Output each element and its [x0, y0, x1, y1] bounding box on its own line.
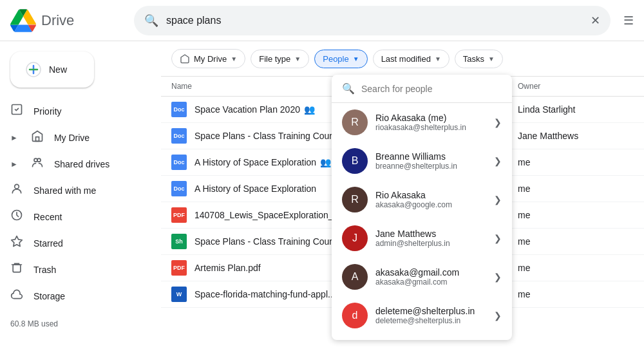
svg-rect-9	[13, 265, 21, 272]
person-info: deleteme@shelterplus.in deleteme@shelter…	[375, 306, 486, 325]
sidebar-item-recent[interactable]: Recent	[0, 203, 151, 230]
person-name: Jane Matthews	[375, 229, 486, 239]
file-owner: me	[518, 289, 634, 299]
person-avatar: R	[342, 109, 368, 135]
person-avatar: R	[342, 187, 368, 212]
person-item[interactable]: R Rio Akasaka akasaka@google.com ❯	[332, 180, 512, 219]
sidebar-item-starred[interactable]: Starred	[0, 230, 151, 256]
filter-my-drive[interactable]: My Drive ▼	[171, 49, 245, 68]
dropdown-search-bar: 🔍	[332, 75, 512, 103]
col-owner-label: Owner	[518, 82, 540, 91]
person-chevron-right-icon: ❯	[494, 117, 502, 127]
dropdown-search-icon: 🔍	[342, 82, 355, 95]
starred-icon	[10, 235, 23, 251]
sidebar-item-storage-label: Storage	[33, 291, 65, 301]
person-info: Breanne Williams breanne@shelterplus.in	[375, 151, 486, 171]
filter-tasks-label: Tasks	[463, 54, 484, 64]
person-name: akasaka@gmail.com	[375, 267, 486, 278]
person-email: akasaka@gmail.com	[375, 278, 486, 287]
person-email: deleteme@shelterplus.in	[375, 316, 486, 325]
person-name: deleteme@shelterplus.in	[375, 306, 486, 316]
header: Drive 🔍 ✕ ☰	[0, 0, 644, 41]
sheets-icon: Sh	[171, 234, 187, 249]
person-avatar: J	[342, 225, 368, 251]
sidebar-item-starred-label: Starred	[33, 238, 63, 249]
logo-text: Drive	[41, 12, 74, 29]
my-drive-icon	[31, 129, 44, 146]
person-email: akasaka@google.com	[375, 200, 486, 209]
sidebar-item-recent-label: Recent	[33, 212, 62, 222]
person-item[interactable]: R Rio Akasaka (me) rioakasaka@shelterplu…	[332, 103, 512, 142]
pdf-icon: PDF	[171, 207, 187, 223]
main-content: My Drive ▼ File type ▼ People ▼ Last mod…	[161, 41, 644, 349]
person-item[interactable]: J Jane Matthews admin@shelterplus.in ❯	[332, 219, 512, 258]
new-button[interactable]: New	[10, 52, 94, 88]
search-clear-icon[interactable]: ✕	[591, 14, 600, 28]
svg-point-7	[15, 184, 19, 189]
word-icon: W	[171, 287, 187, 302]
col-owner-header: Owner	[518, 82, 634, 91]
filter-file-type[interactable]: File type ▼	[251, 50, 309, 68]
person-chevron-right-icon: ❯	[494, 310, 502, 321]
file-owner: Linda Starlight	[518, 104, 634, 115]
doc-icon: Doc	[171, 181, 187, 196]
person-chevron-right-icon: ❯	[494, 233, 502, 243]
person-avatar: B	[342, 148, 368, 174]
filter-people[interactable]: People ▼	[314, 50, 367, 68]
person-name: Rio Akasaka (me)	[375, 113, 486, 123]
filter-file-type-label: File type	[259, 54, 290, 64]
search-input[interactable]	[166, 15, 583, 26]
shared-people-icon: 👥	[304, 104, 315, 115]
doc-icon: Doc	[171, 128, 187, 144]
sidebar: New Priority ► My Drive ► Shared drives	[0, 41, 161, 349]
person-name: Rio Akasaka	[375, 190, 486, 200]
col-name-label: Name	[171, 82, 192, 91]
people-dropdown: 🔍 R Rio Akasaka (me) rioakasaka@shelterp…	[332, 75, 512, 340]
logo: Drive	[10, 8, 126, 33]
sidebar-item-storage[interactable]: Storage	[0, 283, 151, 309]
storage-used-text: 60.8 MB used	[10, 319, 58, 328]
dropdown-search-input[interactable]	[361, 84, 502, 94]
search-filter-icon[interactable]: ☰	[623, 14, 634, 28]
storage-icon	[10, 288, 23, 304]
person-item[interactable]: A akasaka@gmail.com akasaka@gmail.com ❯	[332, 258, 512, 296]
file-owner: Jane Matthews	[518, 131, 634, 141]
person-info: Rio Akasaka (me) rioakasaka@shelterplus.…	[375, 113, 486, 132]
avatar-initial: A	[352, 271, 359, 283]
last-modified-chevron-icon: ▼	[435, 55, 441, 62]
person-email: rioakasaka@shelterplus.in	[375, 123, 486, 132]
sidebar-item-shared-drives[interactable]: ► Shared drives	[0, 151, 151, 177]
filter-last-modified[interactable]: Last modified ▼	[373, 50, 450, 68]
pdf-icon: PDF	[171, 260, 187, 276]
sidebar-item-trash[interactable]: Trash	[0, 256, 151, 283]
avatar-initial: B	[352, 155, 359, 167]
avatar-initial: R	[351, 117, 359, 128]
person-email: breanne@shelterplus.in	[375, 162, 486, 171]
person-item[interactable]: d deleteme@shelterplus.in deleteme@shelt…	[332, 296, 512, 335]
person-item[interactable]: B Breanne Williams breanne@shelterplus.i…	[332, 142, 512, 180]
new-plus-icon	[26, 62, 41, 77]
file-owner: me	[518, 184, 634, 194]
person-email: admin@shelterplus.in	[375, 239, 486, 248]
drive-logo-icon	[10, 8, 36, 33]
doc-icon: Doc	[171, 102, 187, 117]
person-info: Jane Matthews admin@shelterplus.in	[375, 229, 486, 248]
filter-tasks[interactable]: Tasks ▼	[455, 50, 503, 68]
storage-info: 60.8 MB used	[0, 309, 161, 339]
recent-icon	[10, 209, 23, 225]
search-bar: 🔍 ✕	[134, 6, 611, 35]
person-info: Rio Akasaka akasaka@google.com	[375, 190, 486, 209]
person-name: Breanne Williams	[375, 151, 486, 162]
new-button-label: New	[49, 64, 67, 75]
shared-drives-expand-icon: ►	[10, 160, 18, 169]
sidebar-item-shared-with-me[interactable]: Shared with me	[0, 177, 151, 203]
avatar-initial: R	[351, 194, 359, 205]
sidebar-item-priority[interactable]: Priority	[0, 98, 151, 124]
my-drive-expand-icon: ►	[10, 133, 18, 142]
person-avatar: d	[342, 303, 368, 328]
person-avatar: A	[342, 264, 368, 290]
toolbar: My Drive ▼ File type ▼ People ▼ Last mod…	[161, 41, 644, 77]
sidebar-item-my-drive[interactable]: ► My Drive	[0, 124, 151, 151]
person-chevron-right-icon: ❯	[494, 156, 502, 166]
file-owner: me	[518, 236, 634, 247]
